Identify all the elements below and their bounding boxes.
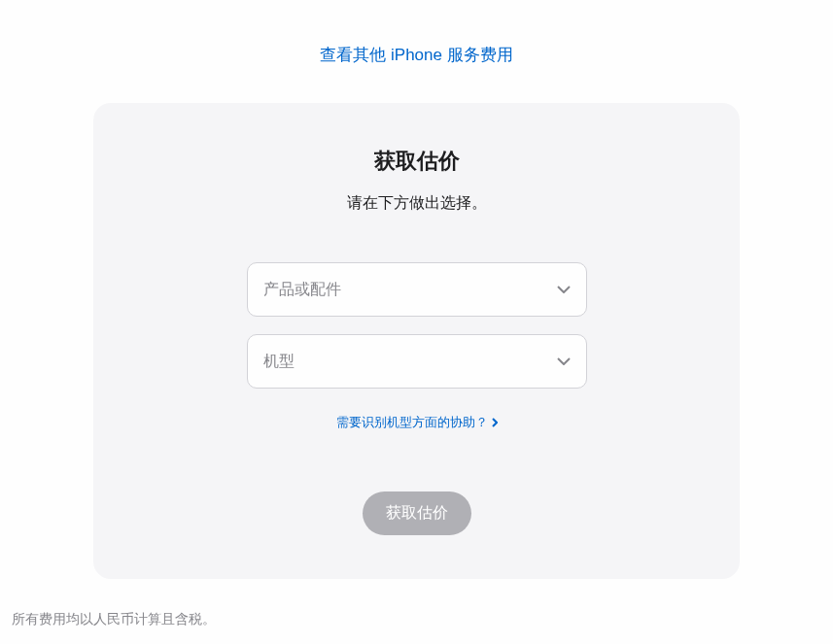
product-select[interactable]: 产品或配件 — [247, 262, 587, 317]
identify-model-help-link[interactable]: 需要识别机型方面的协助？ — [336, 414, 498, 431]
chevron-down-icon — [557, 283, 571, 296]
footer-notes: 所有费用均以人民币计算且含税。 截至 2023 年 2 月底，保外电池服务的费用… — [10, 606, 823, 644]
card-title: 获取估价 — [132, 147, 701, 176]
chevron-right-icon — [492, 416, 498, 430]
view-other-services-link[interactable]: 查看其他 iPhone 服务费用 — [10, 44, 823, 66]
chevron-down-icon — [557, 355, 571, 368]
get-estimate-button[interactable]: 获取估价 — [363, 491, 471, 535]
footer-para-1: 所有费用均以人民币计算且含税。 — [12, 606, 821, 632]
estimate-card: 获取估价 请在下方做出选择。 产品或配件 机型 需要识别机型方面的协助？ 获取估… — [93, 103, 740, 579]
model-select[interactable]: 机型 — [247, 334, 587, 389]
help-link-text: 需要识别机型方面的协助？ — [336, 414, 488, 431]
product-select-placeholder: 产品或配件 — [263, 280, 341, 300]
card-subtitle: 请在下方做出选择。 — [132, 193, 701, 214]
model-select-placeholder: 机型 — [263, 352, 295, 372]
